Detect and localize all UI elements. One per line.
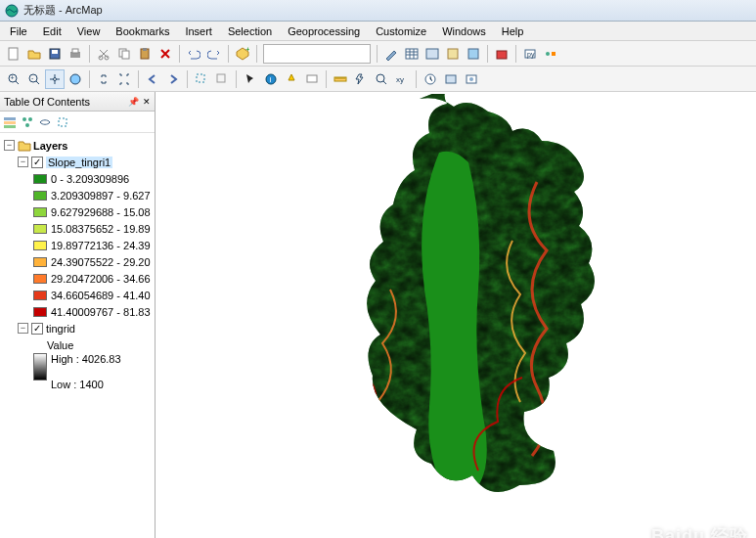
svg-rect-13 xyxy=(406,49,418,59)
cut-button[interactable] xyxy=(94,44,113,64)
forward-button[interactable] xyxy=(163,69,183,89)
list-by-selection-icon[interactable] xyxy=(55,114,70,130)
svg-rect-37 xyxy=(446,75,456,83)
pin-icon[interactable]: 📌 xyxy=(128,97,139,107)
add-data-button[interactable]: + xyxy=(233,44,252,64)
clear-selection-button[interactable] xyxy=(212,69,232,89)
low-value: Low : 1400 xyxy=(51,379,121,390)
layer-name: Slope_tingri1 xyxy=(46,157,112,168)
list-by-source-icon[interactable] xyxy=(20,114,35,130)
svg-rect-28 xyxy=(197,74,204,82)
svg-point-27 xyxy=(70,74,80,84)
color-swatch xyxy=(33,307,47,317)
menu-bookmarks[interactable]: Bookmarks xyxy=(108,23,177,39)
gradient-row: High : 4026.83 Low : 1400 xyxy=(2,353,153,390)
svg-rect-41 xyxy=(4,121,16,124)
list-by-visibility-icon[interactable] xyxy=(37,114,53,130)
zoom-in-button[interactable]: + xyxy=(4,69,23,89)
menu-customize[interactable]: Customize xyxy=(368,23,434,39)
pan-button[interactable] xyxy=(45,69,65,89)
viewer-window-button[interactable] xyxy=(462,69,481,89)
back-button[interactable] xyxy=(143,69,162,89)
fixed-zoom-in-button[interactable] xyxy=(94,69,113,89)
new-document-button[interactable] xyxy=(4,44,23,64)
menu-windows[interactable]: Windows xyxy=(434,23,494,39)
menu-insert[interactable]: Insert xyxy=(177,23,220,39)
editor-toolbar-button[interactable] xyxy=(381,44,401,64)
goto-xy-button[interactable]: xy xyxy=(392,69,412,89)
legend-label: 3.209309897 - 9.627 xyxy=(51,190,151,202)
redo-button[interactable] xyxy=(204,44,224,64)
legend-label: 15.08375652 - 19.89 xyxy=(51,223,151,235)
measure-button[interactable] xyxy=(331,69,350,89)
expand-icon[interactable]: − xyxy=(4,140,15,151)
find-button[interactable] xyxy=(351,69,371,89)
python-button[interactable]: py xyxy=(520,44,540,64)
svg-rect-1 xyxy=(9,48,18,60)
model-builder-button[interactable] xyxy=(541,44,560,64)
map-view[interactable]: Baidu 经验 jingyan.baidu.com xyxy=(156,92,756,538)
svg-rect-32 xyxy=(307,75,317,82)
hyperlink-button[interactable] xyxy=(282,69,301,89)
menu-selection[interactable]: Selection xyxy=(220,23,280,39)
close-icon[interactable]: ✕ xyxy=(143,97,151,107)
scale-combo[interactable] xyxy=(263,44,371,64)
arctoolbox-button[interactable] xyxy=(492,44,511,64)
paste-button[interactable] xyxy=(135,44,155,64)
svg-point-34 xyxy=(377,74,384,82)
select-elements-button[interactable] xyxy=(241,69,260,89)
menu-help[interactable]: Help xyxy=(494,23,532,39)
svg-rect-17 xyxy=(497,51,507,59)
watermark-main: Baidu 经验 xyxy=(651,526,748,538)
full-extent-button[interactable] xyxy=(66,69,85,89)
catalog-button[interactable] xyxy=(443,44,463,64)
checkbox-icon[interactable]: ✓ xyxy=(31,323,43,335)
undo-button[interactable] xyxy=(184,44,203,64)
table-button[interactable] xyxy=(402,44,422,64)
copy-button[interactable] xyxy=(114,44,134,64)
standard-toolbar: + py xyxy=(0,41,756,67)
layer-tingrid[interactable]: − ✓ tingrid xyxy=(2,320,153,336)
print-button[interactable] xyxy=(66,44,85,64)
create-viewer-button[interactable] xyxy=(441,69,461,89)
find-route-button[interactable] xyxy=(372,69,391,89)
layer-name: tingrid xyxy=(46,323,75,335)
legend-label: 29.20472006 - 34.66 xyxy=(51,273,151,285)
legend-class-row: 29.20472006 - 34.66 xyxy=(2,270,153,287)
map-canvas xyxy=(263,94,635,538)
select-features-button[interactable] xyxy=(192,69,211,89)
html-popup-button[interactable] xyxy=(302,69,322,89)
identify-button[interactable]: i xyxy=(261,69,281,89)
zoom-out-button[interactable]: - xyxy=(24,69,44,89)
tablewindow-button[interactable] xyxy=(422,44,442,64)
delete-button[interactable] xyxy=(156,44,175,64)
svg-rect-40 xyxy=(4,117,16,120)
legend-label: 19.89772136 - 24.39 xyxy=(51,240,151,251)
save-button[interactable] xyxy=(45,44,65,64)
color-swatch xyxy=(33,241,47,250)
layer-slope[interactable]: − ✓ Slope_tingri1 xyxy=(2,154,153,170)
time-slider-button[interactable] xyxy=(421,69,440,89)
menu-view[interactable]: View xyxy=(69,23,109,39)
legend-label: 34.66054689 - 41.40 xyxy=(51,290,151,301)
menu-file[interactable]: File xyxy=(2,23,35,39)
tools-toolbar: + - i xy xyxy=(0,67,756,92)
search-button[interactable] xyxy=(464,44,483,64)
layers-root[interactable]: − Layers xyxy=(2,137,153,154)
expand-icon[interactable]: − xyxy=(18,323,28,334)
expand-icon[interactable]: − xyxy=(18,157,28,167)
fixed-zoom-out-button[interactable] xyxy=(114,69,134,89)
svg-rect-16 xyxy=(468,49,478,59)
menu-geoprocessing[interactable]: Geoprocessing xyxy=(280,23,368,39)
color-swatch xyxy=(33,174,47,184)
svg-point-26 xyxy=(54,77,57,80)
list-by-drawing-icon[interactable] xyxy=(2,114,18,130)
legend-class-row: 3.209309897 - 9.627 xyxy=(2,187,153,203)
checkbox-icon[interactable]: ✓ xyxy=(31,157,43,168)
open-button[interactable] xyxy=(24,44,44,64)
color-swatch xyxy=(33,191,47,201)
svg-point-45 xyxy=(25,123,29,127)
svg-point-43 xyxy=(22,117,26,121)
legend-class-row: 15.08375652 - 19.89 xyxy=(2,220,153,237)
menu-edit[interactable]: Edit xyxy=(35,23,69,39)
